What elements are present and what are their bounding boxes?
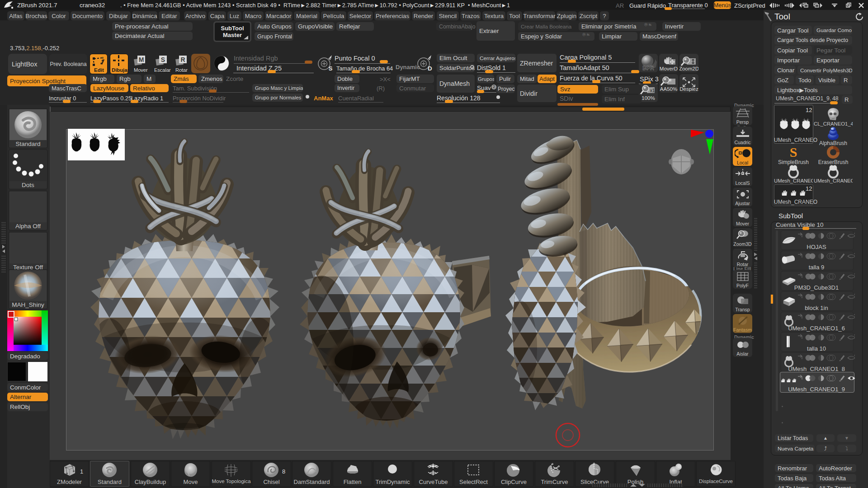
svg-text:S: S	[790, 145, 797, 160]
svg-text:R: R	[180, 56, 185, 63]
svg-text:MoverD: MoverD	[660, 66, 678, 71]
svg-text:AA50%: AA50%	[660, 86, 677, 92]
svg-text:S: S	[329, 65, 333, 72]
svg-text:Despiez: Despiez	[679, 86, 698, 92]
svg-text:Zoom2D: Zoom2D	[679, 66, 698, 71]
svg-text:D: D	[428, 65, 432, 72]
svg-text:S: S	[161, 56, 165, 63]
svg-text:BPR: BPR	[642, 65, 654, 71]
svg-text:x1: x1	[650, 88, 655, 93]
svg-text:100%: 100%	[642, 95, 655, 101]
svg-text:M: M	[139, 56, 144, 63]
